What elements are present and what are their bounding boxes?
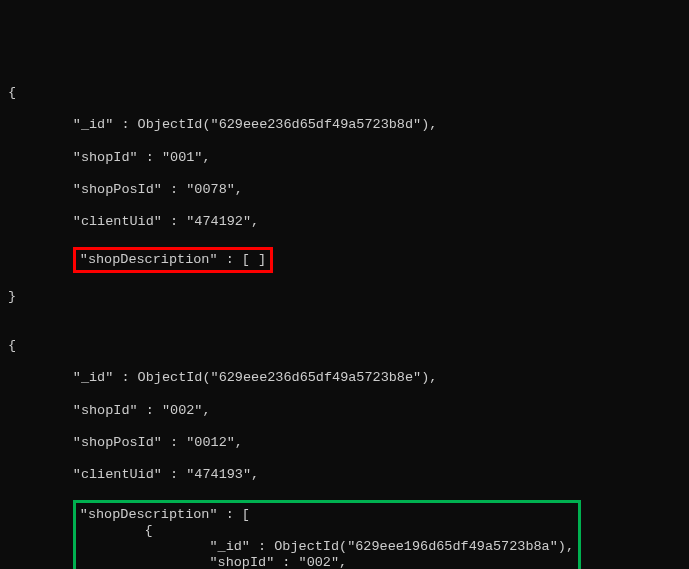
field-id: "_id" : ObjectId("629eee236d65df49a5723b… — [8, 117, 681, 133]
red-highlight-box: "shopDescription" : [ ] — [73, 247, 273, 273]
shop-description-block: "shopDescription" : [ { "_id" : ObjectId… — [8, 500, 681, 569]
shop-description-empty: "shopDescription" : [ ] — [8, 247, 681, 273]
green-highlight-box: "shopDescription" : [ { "_id" : ObjectId… — [73, 500, 581, 569]
code-output: { "_id" : ObjectId("629eee236d65df49a572… — [8, 69, 681, 569]
indent — [8, 252, 73, 267]
field-shop-pos-id: "shopPosId" : "0078", — [8, 182, 681, 198]
field-shop-id: "shopId" : "002", — [8, 403, 681, 419]
open-brace: { — [8, 85, 681, 101]
field-client-uid: "clientUid" : "474193", — [8, 467, 681, 483]
field-shop-pos-id: "shopPosId" : "0012", — [8, 435, 681, 451]
field-shop-id: "shopId" : "001", — [8, 150, 681, 166]
field-client-uid: "clientUid" : "474192", — [8, 214, 681, 230]
field-id: "_id" : ObjectId("629eee236d65df49a5723b… — [8, 370, 681, 386]
open-brace: { — [8, 338, 681, 354]
close-brace: } — [8, 289, 681, 305]
